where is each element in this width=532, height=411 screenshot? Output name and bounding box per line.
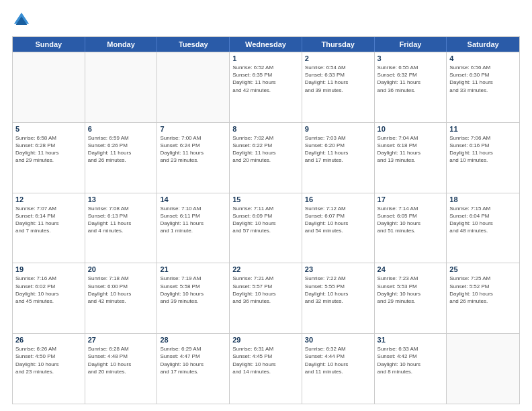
cell-day-number: 7 — [160, 125, 226, 133]
calendar-cell: 10Sunrise: 7:04 AM Sunset: 6:18 PM Dayli… — [375, 123, 447, 193]
cell-daylight-info: Sunrise: 6:59 AM Sunset: 6:26 PM Dayligh… — [88, 134, 154, 165]
cell-day-number: 19 — [15, 265, 82, 273]
calendar-cell: 11Sunrise: 7:06 AM Sunset: 6:16 PM Dayli… — [447, 123, 519, 193]
calendar-cell: 23Sunrise: 7:22 AM Sunset: 5:55 PM Dayli… — [302, 263, 375, 333]
cell-daylight-info: Sunrise: 7:00 AM Sunset: 6:24 PM Dayligh… — [160, 134, 226, 165]
header — [12, 11, 520, 30]
calendar-cell: 24Sunrise: 7:23 AM Sunset: 5:53 PM Dayli… — [375, 263, 447, 333]
cell-daylight-info: Sunrise: 6:26 AM Sunset: 4:50 PM Dayligh… — [15, 345, 82, 375]
cell-daylight-info: Sunrise: 7:25 AM Sunset: 5:52 PM Dayligh… — [449, 275, 517, 305]
cell-day-number: 1 — [232, 54, 299, 62]
calendar-cell — [13, 52, 85, 122]
cell-day-number: 18 — [449, 195, 517, 203]
weekday-header: Tuesday — [157, 37, 230, 52]
calendar-cell: 5Sunrise: 6:58 AM Sunset: 6:28 PM Daylig… — [13, 123, 85, 193]
cell-day-number: 27 — [88, 336, 154, 344]
cell-day-number: 13 — [88, 195, 154, 203]
weekday-header: Sunday — [13, 37, 85, 52]
calendar-body: 1Sunrise: 6:52 AM Sunset: 6:35 PM Daylig… — [13, 52, 519, 404]
cell-daylight-info: Sunrise: 7:08 AM Sunset: 6:13 PM Dayligh… — [88, 205, 154, 235]
calendar-cell: 15Sunrise: 7:11 AM Sunset: 6:09 PM Dayli… — [230, 193, 302, 263]
calendar-cell: 31Sunrise: 6:33 AM Sunset: 4:42 PM Dayli… — [375, 334, 447, 404]
calendar-cell: 18Sunrise: 7:15 AM Sunset: 6:04 PM Dayli… — [447, 193, 519, 263]
cell-daylight-info: Sunrise: 6:54 AM Sunset: 6:33 PM Dayligh… — [305, 64, 371, 94]
cell-daylight-info: Sunrise: 7:03 AM Sunset: 6:20 PM Dayligh… — [305, 134, 371, 165]
cell-day-number: 21 — [160, 265, 226, 273]
cell-day-number: 16 — [305, 195, 371, 203]
calendar-cell: 6Sunrise: 6:59 AM Sunset: 6:26 PM Daylig… — [85, 123, 158, 193]
calendar-cell: 29Sunrise: 6:31 AM Sunset: 4:45 PM Dayli… — [230, 334, 302, 404]
cell-day-number: 25 — [449, 265, 517, 273]
cell-daylight-info: Sunrise: 6:58 AM Sunset: 6:28 PM Dayligh… — [15, 134, 82, 165]
logo-icon — [12, 11, 31, 30]
cell-day-number: 8 — [232, 125, 299, 133]
cell-daylight-info: Sunrise: 7:18 AM Sunset: 6:00 PM Dayligh… — [88, 275, 154, 305]
page: SundayMondayTuesdayWednesdayThursdayFrid… — [0, 0, 532, 411]
cell-day-number: 17 — [378, 195, 444, 203]
cell-daylight-info: Sunrise: 7:19 AM Sunset: 5:58 PM Dayligh… — [160, 275, 226, 305]
calendar-cell: 27Sunrise: 6:28 AM Sunset: 4:48 PM Dayli… — [85, 334, 158, 404]
cell-daylight-info: Sunrise: 7:10 AM Sunset: 6:11 PM Dayligh… — [160, 205, 226, 235]
calendar-cell: 17Sunrise: 7:14 AM Sunset: 6:05 PM Dayli… — [375, 193, 447, 263]
cell-daylight-info: Sunrise: 6:55 AM Sunset: 6:32 PM Dayligh… — [378, 64, 444, 94]
weekday-header: Friday — [375, 37, 447, 52]
calendar-cell: 26Sunrise: 6:26 AM Sunset: 4:50 PM Dayli… — [13, 334, 85, 404]
calendar-cell: 30Sunrise: 6:32 AM Sunset: 4:44 PM Dayli… — [302, 334, 375, 404]
calendar-cell: 28Sunrise: 6:29 AM Sunset: 4:47 PM Dayli… — [157, 334, 230, 404]
calendar-cell: 12Sunrise: 7:07 AM Sunset: 6:14 PM Dayli… — [13, 193, 85, 263]
cell-daylight-info: Sunrise: 7:16 AM Sunset: 6:02 PM Dayligh… — [15, 275, 82, 305]
cell-day-number: 24 — [378, 265, 444, 273]
cell-daylight-info: Sunrise: 7:21 AM Sunset: 5:57 PM Dayligh… — [232, 275, 299, 305]
cell-day-number: 20 — [88, 265, 154, 273]
cell-day-number: 10 — [378, 125, 444, 133]
cell-daylight-info: Sunrise: 7:23 AM Sunset: 5:53 PM Dayligh… — [378, 275, 444, 305]
cell-daylight-info: Sunrise: 7:02 AM Sunset: 6:22 PM Dayligh… — [232, 134, 299, 165]
calendar-cell — [447, 334, 519, 404]
cell-day-number: 12 — [15, 195, 82, 203]
cell-daylight-info: Sunrise: 6:31 AM Sunset: 4:45 PM Dayligh… — [232, 345, 299, 375]
calendar-cell: 14Sunrise: 7:10 AM Sunset: 6:11 PM Dayli… — [157, 193, 230, 263]
calendar-row: 5Sunrise: 6:58 AM Sunset: 6:28 PM Daylig… — [13, 122, 519, 193]
cell-day-number: 15 — [232, 195, 299, 203]
weekday-header: Monday — [85, 37, 158, 52]
logo — [12, 11, 34, 30]
calendar-cell: 2Sunrise: 6:54 AM Sunset: 6:33 PM Daylig… — [302, 52, 375, 122]
cell-daylight-info: Sunrise: 7:15 AM Sunset: 6:04 PM Dayligh… — [449, 205, 517, 235]
cell-day-number: 11 — [449, 125, 517, 133]
cell-day-number: 28 — [160, 336, 226, 344]
calendar-cell: 13Sunrise: 7:08 AM Sunset: 6:13 PM Dayli… — [85, 193, 158, 263]
cell-day-number: 14 — [160, 195, 226, 203]
calendar-cell: 16Sunrise: 7:12 AM Sunset: 6:07 PM Dayli… — [302, 193, 375, 263]
cell-daylight-info: Sunrise: 6:52 AM Sunset: 6:35 PM Dayligh… — [232, 64, 299, 94]
cell-daylight-info: Sunrise: 6:56 AM Sunset: 6:30 PM Dayligh… — [449, 64, 517, 94]
calendar-cell: 21Sunrise: 7:19 AM Sunset: 5:58 PM Dayli… — [157, 263, 230, 333]
calendar-cell: 19Sunrise: 7:16 AM Sunset: 6:02 PM Dayli… — [13, 263, 85, 333]
cell-daylight-info: Sunrise: 6:28 AM Sunset: 4:48 PM Dayligh… — [88, 345, 154, 375]
cell-day-number: 5 — [15, 125, 82, 133]
cell-day-number: 4 — [449, 54, 517, 62]
calendar-row: 19Sunrise: 7:16 AM Sunset: 6:02 PM Dayli… — [13, 263, 519, 333]
cell-daylight-info: Sunrise: 7:22 AM Sunset: 5:55 PM Dayligh… — [305, 275, 371, 305]
cell-daylight-info: Sunrise: 6:32 AM Sunset: 4:44 PM Dayligh… — [305, 345, 371, 375]
cell-daylight-info: Sunrise: 7:14 AM Sunset: 6:05 PM Dayligh… — [378, 205, 444, 235]
calendar-row: 26Sunrise: 6:26 AM Sunset: 4:50 PM Dayli… — [13, 333, 519, 404]
calendar-cell: 9Sunrise: 7:03 AM Sunset: 6:20 PM Daylig… — [302, 123, 375, 193]
weekday-header: Wednesday — [230, 37, 302, 52]
cell-daylight-info: Sunrise: 7:12 AM Sunset: 6:07 PM Dayligh… — [305, 205, 371, 235]
calendar-cell — [157, 52, 230, 122]
calendar-cell: 25Sunrise: 7:25 AM Sunset: 5:52 PM Dayli… — [447, 263, 519, 333]
cell-day-number: 3 — [378, 54, 444, 62]
cell-day-number: 30 — [305, 336, 371, 344]
calendar-cell: 3Sunrise: 6:55 AM Sunset: 6:32 PM Daylig… — [375, 52, 447, 122]
cell-day-number: 31 — [378, 336, 444, 344]
cell-day-number: 23 — [305, 265, 371, 273]
calendar-cell: 4Sunrise: 6:56 AM Sunset: 6:30 PM Daylig… — [447, 52, 519, 122]
cell-day-number: 2 — [305, 54, 371, 62]
calendar-cell: 7Sunrise: 7:00 AM Sunset: 6:24 PM Daylig… — [157, 123, 230, 193]
calendar-cell — [85, 52, 158, 122]
calendar-cell: 8Sunrise: 7:02 AM Sunset: 6:22 PM Daylig… — [230, 123, 302, 193]
calendar-cell: 1Sunrise: 6:52 AM Sunset: 6:35 PM Daylig… — [230, 52, 302, 122]
calendar-cell: 20Sunrise: 7:18 AM Sunset: 6:00 PM Dayli… — [85, 263, 158, 333]
calendar-row: 1Sunrise: 6:52 AM Sunset: 6:35 PM Daylig… — [13, 52, 519, 122]
cell-daylight-info: Sunrise: 6:33 AM Sunset: 4:42 PM Dayligh… — [378, 345, 444, 375]
